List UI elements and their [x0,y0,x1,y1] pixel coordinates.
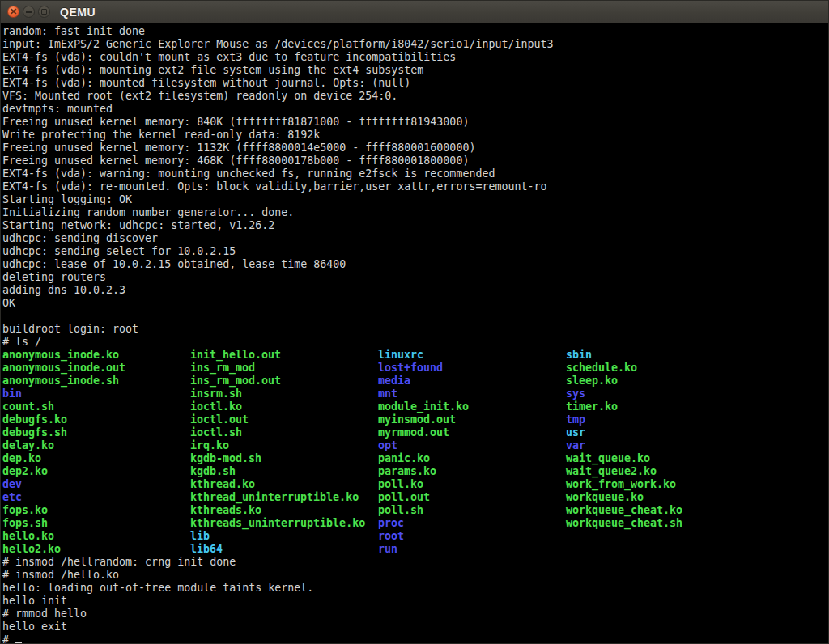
dir-entry: proc [378,517,404,530]
terminal-line: input: ImExPS/2 Generic Explorer Mouse a… [2,38,828,51]
file-entry: anonymous_inode.out [2,362,125,375]
terminal-line: Initializing random number generator... … [2,206,828,219]
file-entry: kgdb-mod.sh [190,452,261,465]
listing-row: anonymous_inode.shins_rm_mod.outmediasle… [2,375,828,388]
titlebar[interactable]: ✕ QEMU [1,1,828,23]
file-entry: ioctl.out [190,413,249,426]
file-entry: debugfs.sh [2,426,67,439]
terminal-line: Starting network: udhcpc: started, v1.26… [2,219,828,232]
terminal-line: hello exit [2,621,828,633]
dir-entry: opt [378,439,397,452]
file-entry: myrmmod.out [378,426,449,439]
file-entry: poll.sh [378,504,423,517]
listing-row: dep.kokgdb-mod.shpanic.kowait_queue.ko [2,452,828,465]
terminal-screen[interactable]: random: fast init doneinput: ImExPS/2 Ge… [1,23,828,643]
terminal-line: udhcpc: lease of 10.0.2.15 obtained, lea… [2,258,828,271]
terminal-line: deleting routers [2,271,828,284]
terminal-line: # rmmod hello [2,608,828,621]
terminal-line: adding dns 10.0.2.3 [2,284,828,297]
file-entry: wait_queue2.ko [566,465,657,478]
terminal-line: Freeing unused kernel memory: 1132K (fff… [2,142,828,155]
file-listing: anonymous_inode.koinit_hello.outlinuxrcs… [2,349,828,556]
listing-row: hello2.kolib64run [2,543,828,556]
terminal-line: # insmod /hello.ko [2,569,828,582]
terminal-line: Freeing unused kernel memory: 840K (ffff… [2,116,828,129]
file-entry: wait_queue.ko [566,452,650,465]
terminal-line: EXT4-fs (vda): couldn't mount as ext3 du… [2,51,828,64]
file-entry: kthreads_uninterruptible.ko [190,517,365,530]
file-entry: workqueue_cheat.sh [566,517,682,530]
dir-entry: dev [2,478,22,491]
symlink-entry: lib64 [190,543,223,556]
terminal-line: Starting logging: OK [2,193,828,206]
terminal-line: devtmpfs: mounted [2,103,828,116]
listing-row: fops.shkthreads_uninterruptible.koprocwo… [2,517,828,530]
file-entry: debugfs.ko [2,413,67,426]
listing-row: delay.koirq.kooptvar [2,439,828,452]
listing-row: etckthread_uninterruptible.kopoll.outwor… [2,491,828,504]
close-button[interactable]: ✕ [7,6,19,18]
dir-entry: bin [2,388,22,400]
terminal-line: udhcpc: sending select for 10.0.2.15 [2,245,828,258]
listing-row: bininsrm.shmntsys [2,388,828,400]
listing-row: devkthread.kopoll.kowork_from_work.ko [2,478,828,491]
qemu-window: ✕ QEMU random: fast init doneinput: ImEx… [0,0,829,644]
dir-entry: etc [2,491,22,504]
terminal-line: hello: loading out-of-tree module taints… [2,582,828,595]
file-entry: ioctl.sh [190,426,242,439]
terminal-line: Freeing unused kernel memory: 468K (ffff… [2,155,828,167]
file-entry: module_init.ko [378,400,469,413]
listing-row: fops.kokthreads.kopoll.shworkqueue_cheat… [2,504,828,517]
listing-row: debugfs.shioctl.shmyrmmod.outusr [2,426,828,439]
file-entry: poll.ko [378,478,423,491]
dir-entry: lost+found [378,362,443,375]
minimize-button[interactable] [23,6,35,18]
terminal-line [2,310,828,323]
file-entry: dep.ko [2,452,41,465]
dir-entry: root [378,530,404,543]
terminal-line: # insmod /hellrandom: crng init done [2,556,828,569]
terminal-line: EXT4-fs (vda): warning: mounting uncheck… [2,167,828,180]
file-entry: ins_rm_mod.out [190,375,281,388]
prompt-text: # [2,633,15,643]
file-entry: kgdb.sh [190,465,236,478]
terminal-line: EXT4-fs (vda): re-mounted. Opts: block_v… [2,180,828,193]
file-entry: insrm.sh [190,388,242,400]
file-entry: workqueue_cheat.ko [566,504,682,517]
file-entry: fops.sh [2,517,48,530]
file-entry: kthread_uninterruptible.ko [190,491,359,504]
file-entry: work_from_work.ko [566,478,676,491]
maximize-icon [41,9,47,15]
file-entry: timer.ko [566,400,618,413]
file-entry: ioctl.ko [190,400,242,413]
listing-row: dep2.kokgdb.shparams.kowait_queue2.ko [2,465,828,478]
terminal-line: VFS: Mounted root (ext2 filesystem) read… [2,90,828,103]
listing-row: anonymous_inode.koinit_hello.outlinuxrcs… [2,349,828,362]
file-entry: schedule.ko [566,362,637,375]
terminal-line: random: fast init done [2,25,828,38]
dir-entry: run [378,543,397,556]
listing-row: anonymous_inode.outins_rm_modlost+founds… [2,362,828,375]
file-entry: sleep.ko [566,375,618,388]
boot-log: random: fast init doneinput: ImExPS/2 Ge… [2,25,828,349]
file-entry: irq.ko [190,439,229,452]
terminal-line: # ls / [2,336,828,349]
file-entry: workqueue.ko [566,491,644,504]
file-entry: kthreads.ko [190,504,261,517]
file-entry: anonymous_inode.ko [2,349,119,362]
dir-entry: media [378,375,410,388]
terminal-cursor [15,642,22,643]
dir-entry: mnt [378,388,397,400]
file-entry: hello2.ko [2,543,61,556]
file-entry: fops.ko [2,504,48,517]
file-entry: count.sh [2,400,54,413]
listing-row: debugfs.koioctl.outmyinsmod.outtmp [2,413,828,426]
terminal-line: Write protecting the kernel read-only da… [2,129,828,142]
symlink-entry: linuxrc [378,349,423,362]
dir-entry: var [566,439,585,452]
maximize-button[interactable] [38,6,50,18]
dir-entry: tmp [566,413,585,426]
file-entry: myinsmod.out [378,413,456,426]
file-entry: anonymous_inode.sh [2,375,119,388]
terminal-line: OK [2,297,828,310]
